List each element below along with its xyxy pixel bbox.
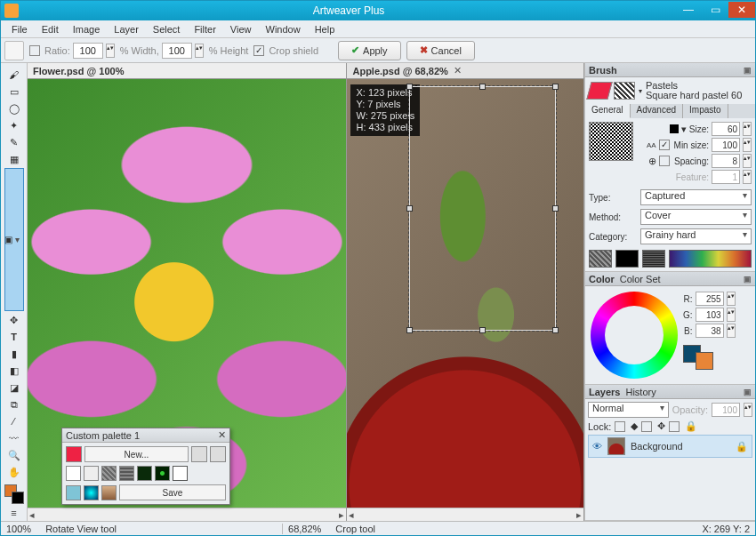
g-input[interactable] xyxy=(696,308,724,322)
doc2-canvas[interactable]: X: 123 pixelsY: 7 pixelsW: 275 pixelsH: … xyxy=(347,79,583,508)
pal-sw-3[interactable] xyxy=(101,466,117,481)
lock-1[interactable] xyxy=(615,421,625,432)
size-input[interactable] xyxy=(712,122,740,136)
b-spinner[interactable]: ▴▾ xyxy=(727,324,736,338)
crop-handle-se[interactable] xyxy=(552,327,559,333)
palette-new-button[interactable]: New... xyxy=(84,446,189,462)
shape-tool[interactable]: ▮ xyxy=(4,346,24,362)
pal-sw-5[interactable] xyxy=(137,466,152,481)
crop-handle-sw[interactable] xyxy=(406,327,413,333)
brush-preview-icon[interactable] xyxy=(614,82,635,100)
brush-dropdown-icon[interactable]: ▾ xyxy=(639,87,642,95)
colorset-tab[interactable]: Color Set xyxy=(620,274,661,284)
ratio-spinner[interactable]: ▴▾ xyxy=(106,44,115,58)
pal-sw-8[interactable] xyxy=(66,485,81,500)
close-button[interactable]: ✕ xyxy=(728,2,755,18)
layer-row[interactable]: 👁 Background 🔒 xyxy=(588,435,752,458)
width-spinner[interactable]: ▴▾ xyxy=(195,44,204,58)
blend-mode-select[interactable]: Normal xyxy=(588,402,669,418)
menu-select[interactable]: Select xyxy=(146,22,188,36)
brush-color-icon[interactable] xyxy=(586,82,612,100)
pencil-tool[interactable]: ✎ xyxy=(4,134,24,150)
gradient-tool[interactable]: ▦ xyxy=(4,151,24,167)
cropshield-checkbox[interactable] xyxy=(253,45,264,56)
tip-icon[interactable] xyxy=(670,124,679,133)
menu-icon[interactable]: ≡ xyxy=(4,505,24,521)
lasso-tool[interactable]: ◯ xyxy=(4,100,24,116)
crop-tool[interactable]: ▣ xyxy=(4,168,24,311)
crop-handle-ne[interactable] xyxy=(552,84,559,90)
crop-handle-w[interactable] xyxy=(406,205,413,212)
brush-tab-impasto[interactable]: Impasto xyxy=(683,104,728,118)
menu-file[interactable]: File xyxy=(4,22,35,36)
custom-palette[interactable]: Custom palette 1✕ New... Save xyxy=(61,428,230,505)
eyedropper-tool[interactable]: ⁄ xyxy=(4,413,24,429)
smudge-tool[interactable]: 〰 xyxy=(4,430,24,446)
pal-sw-6[interactable] xyxy=(155,466,170,481)
tip-dropdown-icon[interactable]: ▾ xyxy=(681,124,687,135)
color-panel-collapse-icon[interactable]: ▣ xyxy=(744,275,752,284)
r-spinner[interactable]: ▴▾ xyxy=(727,292,736,306)
move-tool[interactable]: ✥ xyxy=(4,312,24,328)
palette-tool-a[interactable] xyxy=(191,446,207,462)
ratio-checkbox[interactable] xyxy=(29,45,40,56)
history-tab[interactable]: History xyxy=(625,387,655,397)
fg-bg-swatches[interactable] xyxy=(683,345,713,370)
doc1-scrollbar[interactable]: ◂▸ xyxy=(28,508,346,521)
doc2-close-icon[interactable]: ✕ xyxy=(454,65,462,76)
pal-sw-9[interactable] xyxy=(84,485,99,500)
crop-tool-icon[interactable] xyxy=(4,41,24,60)
texture-a[interactable] xyxy=(589,250,612,268)
crop-marquee[interactable] xyxy=(409,86,556,331)
brush-tool[interactable]: 🖌 xyxy=(4,67,24,83)
palette-save-button[interactable]: Save xyxy=(119,484,226,500)
minsize-input[interactable] xyxy=(712,138,740,152)
category-select[interactable]: Grainy hard xyxy=(640,228,752,244)
palette-close-icon[interactable]: ✕ xyxy=(218,429,226,441)
menu-view[interactable]: View xyxy=(223,22,259,36)
brush-tab-advanced[interactable]: Advanced xyxy=(631,104,683,118)
crop-handle-n[interactable] xyxy=(479,84,486,90)
size-spinner[interactable]: ▴▾ xyxy=(743,122,752,136)
pal-sw-10[interactable] xyxy=(101,485,117,500)
brush-panel-collapse-icon[interactable]: ▣ xyxy=(744,66,752,75)
width-input[interactable] xyxy=(162,43,192,59)
spacing-check[interactable] xyxy=(659,156,670,166)
crop-handle-nw[interactable] xyxy=(406,84,413,90)
pal-sw-7[interactable] xyxy=(173,466,188,481)
fill-tool[interactable]: ◧ xyxy=(4,363,24,379)
pal-sw-4[interactable] xyxy=(119,466,134,481)
eraser-tool[interactable]: ◪ xyxy=(4,380,24,396)
zoom-tool[interactable]: 🔍 xyxy=(4,447,24,463)
cancel-button[interactable]: ✖Cancel xyxy=(406,41,475,60)
texture-c[interactable] xyxy=(642,250,665,268)
visibility-icon[interactable]: 👁 xyxy=(592,441,602,452)
b-input[interactable] xyxy=(696,324,724,338)
layers-panel-collapse-icon[interactable]: ▣ xyxy=(744,388,752,396)
minsize-spinner[interactable]: ▴▾ xyxy=(743,138,752,152)
doc1-tab[interactable]: Flower.psd @ 100% xyxy=(28,63,346,79)
hand-tool[interactable]: ✋ xyxy=(4,464,24,480)
menu-image[interactable]: Image xyxy=(66,22,108,36)
brush-tab-general[interactable]: General xyxy=(585,104,631,118)
spacing-spinner[interactable]: ▴▾ xyxy=(743,154,752,168)
gradient-bar[interactable] xyxy=(669,250,752,268)
crop-handle-e[interactable] xyxy=(552,205,559,212)
r-input[interactable] xyxy=(696,292,724,306)
color-wheel[interactable] xyxy=(591,292,678,379)
pal-sw-1[interactable] xyxy=(66,466,81,481)
lock-2[interactable] xyxy=(641,421,652,432)
palette-brush-icon[interactable] xyxy=(66,446,82,462)
type-select[interactable]: Captured xyxy=(640,189,752,205)
doc2-scrollbar[interactable]: ◂▸ xyxy=(347,508,583,521)
palette-tool-b[interactable] xyxy=(210,446,226,462)
doc2-tab[interactable]: Apple.psd @ 68,82%✕ xyxy=(347,63,583,79)
color-triangle[interactable] xyxy=(613,314,655,351)
texture-b[interactable] xyxy=(615,250,639,268)
minimize-button[interactable]: — xyxy=(675,2,702,18)
g-spinner[interactable]: ▴▾ xyxy=(727,308,736,322)
maximize-button[interactable]: ▭ xyxy=(702,2,728,18)
menu-edit[interactable]: Edit xyxy=(35,22,66,36)
menu-filter[interactable]: Filter xyxy=(187,22,222,36)
spacing-input[interactable] xyxy=(712,154,740,168)
